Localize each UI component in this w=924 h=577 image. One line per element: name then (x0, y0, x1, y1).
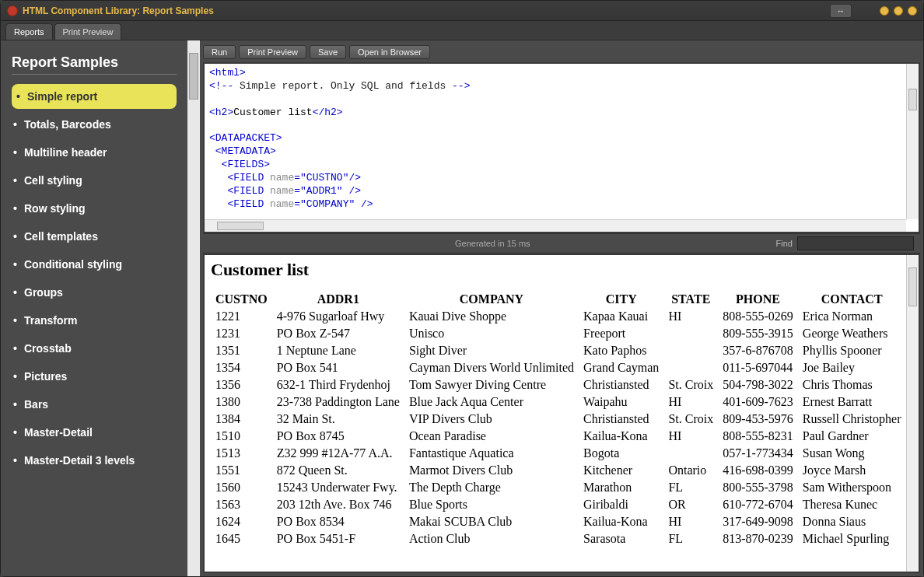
report-viewer: Customer list CUSTNOADDR1COMPANYCITYSTAT… (203, 254, 920, 573)
table-header-cell: ADDR1 (272, 291, 404, 308)
table-cell: Sight Diver (404, 342, 579, 359)
table-cell: Bogota (579, 445, 663, 462)
sidebar-item[interactable]: Totals, Barcodes (12, 112, 177, 137)
table-cell: 32 Main St. (272, 411, 404, 428)
find-input[interactable] (797, 236, 914, 250)
table-cell: Ontario (663, 462, 718, 479)
table-cell: St. Croix (663, 411, 718, 428)
sidebar: Report Samples Simple reportTotals, Barc… (1, 40, 187, 576)
table-cell: 504-798-3022 (718, 376, 798, 393)
table-cell: 632-1 Third Frydenhoj (272, 376, 404, 393)
table-row: 138023-738 Paddington LaneBlue Jack Aqua… (211, 393, 906, 411)
sidebar-item[interactable]: Master-Detail (12, 420, 177, 445)
table-row: 1624PO Box 8534Makai SCUBA ClubKailua-Ko… (211, 513, 906, 530)
table-row: 12214-976 Sugarloaf HwyKauai Dive Shoppe… (211, 308, 906, 325)
open-in-browser-button[interactable]: Open in Browser (349, 45, 430, 59)
window-buttons: ↔ (830, 4, 917, 18)
save-button[interactable]: Save (310, 45, 346, 59)
table-cell: HI (663, 393, 718, 411)
table-cell: Unisco (404, 325, 579, 342)
sidebar-item[interactable]: Multiline header (12, 140, 177, 165)
table-row: 1231PO Box Z-547UniscoFreeport809-555-39… (211, 325, 906, 342)
table-row: 1551872 Queen St.Marmot Divers ClubKitch… (211, 462, 906, 479)
table-header-cell: CONTACT (798, 291, 906, 308)
report-vertical-scrollbar[interactable] (906, 255, 919, 572)
code-editor[interactable]: <html> <!-- Simple report. Only SQL and … (203, 62, 920, 233)
sidebar-item[interactable]: Crosstab (12, 336, 177, 361)
sidebar-item[interactable]: Cell templates (12, 224, 177, 249)
table-row: 1510PO Box 8745Ocean ParadiseKailua-Kona… (211, 428, 906, 445)
sidebar-scroll-thumb[interactable] (189, 53, 198, 100)
table-cell: Joe Bailey (798, 359, 906, 376)
report-content: Customer list CUSTNOADDR1COMPANYCITYSTAT… (205, 255, 919, 552)
sidebar-item[interactable]: Master-Detail 3 levels (12, 448, 177, 473)
table-cell: FL (663, 479, 718, 496)
table-cell: Sam Witherspoon (798, 479, 906, 496)
code-hscroll-thumb[interactable] (217, 222, 264, 230)
main-tabs: Reports Print Preview (1, 21, 923, 40)
table-cell: Phyllis Spooner (798, 342, 906, 359)
sidebar-item[interactable]: Bars (12, 392, 177, 417)
code-vertical-scrollbar[interactable] (906, 64, 919, 219)
sidebar-scrollbar[interactable] (187, 40, 200, 576)
report-vscroll-thumb[interactable] (908, 268, 917, 306)
table-cell: 1221 (211, 308, 272, 325)
table-cell: HI (663, 428, 718, 445)
table-cell: 401-609-7623 (718, 393, 798, 411)
table-cell: 610-772-6704 (718, 496, 798, 513)
table-cell: 1351 (211, 342, 272, 359)
sample-list: Simple reportTotals, BarcodesMultiline h… (12, 84, 177, 473)
tab-reports[interactable]: Reports (5, 23, 53, 40)
table-cell: Ernest Barratt (798, 393, 906, 411)
run-button[interactable]: Run (203, 45, 236, 59)
minimize-button[interactable] (880, 6, 889, 16)
table-cell: 1645 (211, 530, 272, 547)
code-vscroll-thumb[interactable] (908, 89, 917, 110)
table-cell: Kato Paphos (579, 342, 663, 359)
table-cell: Paul Gardner (798, 428, 906, 445)
table-cell: Russell Christopher (798, 411, 906, 428)
main-pane: Run Print Preview Save Open in Browser <… (200, 40, 923, 576)
tab-print-preview[interactable]: Print Preview (54, 23, 122, 40)
table-cell: 011-5-697044 (718, 359, 798, 376)
sidebar-item[interactable]: Groups (12, 280, 177, 305)
table-cell: Kauai Dive Shoppe (404, 308, 579, 325)
table-header-row: CUSTNOADDR1COMPANYCITYSTATEPHONECONTACT (211, 291, 906, 308)
table-cell: 808-555-0269 (718, 308, 798, 325)
sidebar-item[interactable]: Simple report (12, 84, 177, 109)
close-button[interactable] (908, 6, 917, 16)
table-cell: Fantastique Aquatica (404, 445, 579, 462)
table-cell: FL (663, 530, 718, 547)
table-cell: 1356 (211, 376, 272, 393)
table-cell: HI (663, 513, 718, 530)
sidebar-item[interactable]: Transform (12, 308, 177, 333)
table-cell: Makai SCUBA Club (404, 513, 579, 530)
customer-table: CUSTNOADDR1COMPANYCITYSTATEPHONECONTACT … (211, 291, 906, 547)
table-cell: 1563 (211, 496, 272, 513)
table-cell: 1551 (211, 462, 272, 479)
maximize-button[interactable] (894, 6, 903, 16)
table-cell: 1624 (211, 513, 272, 530)
table-cell: Waipahu (579, 393, 663, 411)
table-cell: Marmot Divers Club (404, 462, 579, 479)
code-horizontal-scrollbar[interactable] (205, 219, 906, 232)
table-cell (663, 325, 718, 342)
table-cell: 1354 (211, 359, 272, 376)
app-icon (7, 5, 18, 16)
sidebar-item[interactable]: Pictures (12, 364, 177, 389)
table-row: 156015243 Underwater Fwy.The Depth Charg… (211, 479, 906, 496)
fullscreen-arrow-button[interactable]: ↔ (830, 4, 852, 18)
table-cell: St. Croix (663, 376, 718, 393)
print-preview-button[interactable]: Print Preview (239, 45, 306, 59)
table-cell: 23-738 Paddington Lane (272, 393, 404, 411)
content-area: Report Samples Simple reportTotals, Barc… (1, 40, 923, 576)
code-content: <html> <!-- Simple report. Only SQL and … (205, 64, 919, 215)
table-cell: Blue Sports (404, 496, 579, 513)
sidebar-item[interactable]: Conditional styling (12, 252, 177, 277)
table-row: 13511 Neptune LaneSight DiverKato Paphos… (211, 342, 906, 359)
sidebar-item[interactable]: Row styling (12, 196, 177, 221)
sidebar-item[interactable]: Cell styling (12, 168, 177, 193)
table-cell: George Weathers (798, 325, 906, 342)
table-cell: Marathon (579, 479, 663, 496)
table-cell: Ocean Paradise (404, 428, 579, 445)
